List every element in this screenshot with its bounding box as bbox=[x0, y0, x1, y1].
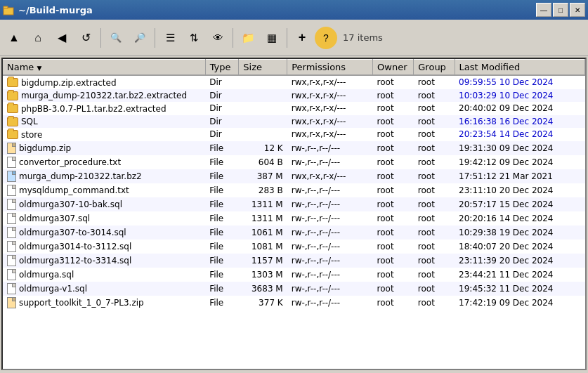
file-size-cell: 1303 M bbox=[239, 268, 287, 282]
file-name-cell: oldmurga307-10-bak.sql bbox=[3, 197, 205, 211]
close-button[interactable]: ✕ bbox=[570, 3, 585, 17]
file-modified-cell: 16:16:38 16 Dec 2024 bbox=[455, 115, 584, 129]
file-owner-cell: root bbox=[373, 128, 414, 141]
file-type-cell: File bbox=[205, 268, 239, 282]
table-row[interactable]: SQLDirrwx,r-x,r-x/---rootroot16:16:38 16… bbox=[3, 115, 585, 129]
col-header-permissions[interactable]: Permissions bbox=[287, 60, 373, 76]
file-modified-cell: 18:40:07 20 Dec 2024 bbox=[455, 240, 584, 254]
table-row[interactable]: murga_dump-210322.tar.bz2.extractedDirrw… bbox=[3, 89, 585, 103]
file-name-cell: SQL bbox=[3, 115, 205, 129]
file-size-cell: 604 B bbox=[239, 155, 287, 169]
file-size-cell bbox=[239, 128, 287, 141]
file-name-cell: support_toolkit_1_0_7-PL3.zip bbox=[3, 296, 205, 310]
file-permissions-cell: rw-,r--,r--/--- bbox=[287, 141, 373, 155]
file-name-cell: store bbox=[3, 128, 205, 141]
file-size-cell bbox=[239, 89, 287, 103]
file-permissions-cell: rw-,r--,r--/--- bbox=[287, 155, 373, 169]
file-owner-cell: root bbox=[373, 268, 414, 282]
separator-2 bbox=[155, 28, 155, 48]
col-header-group[interactable]: Group bbox=[414, 60, 455, 76]
zoom-out-button[interactable]: 🔎 bbox=[129, 27, 151, 49]
folder-icon bbox=[7, 91, 18, 100]
svg-rect-1 bbox=[4, 6, 8, 8]
file-owner-cell: root bbox=[373, 197, 414, 211]
file-modified-cell: 19:31:30 09 Dec 2024 bbox=[455, 141, 584, 155]
minimize-button[interactable]: — bbox=[536, 3, 551, 17]
file-owner-cell: root bbox=[373, 115, 414, 129]
sort-button[interactable]: ⇅ bbox=[183, 27, 205, 49]
table-row[interactable]: oldmurga3112-to-3314.sqlFile1157 Mrw-,r-… bbox=[3, 254, 585, 268]
file-icon bbox=[7, 255, 16, 266]
file-modified-cell: 17:42:19 09 Dec 2024 bbox=[455, 296, 584, 310]
table-row[interactable]: convertor_procedure.txtFile604 Brw-,r--,… bbox=[3, 155, 585, 169]
table-row[interactable]: mysqldump_command.txtFile283 Brw-,r--,r-… bbox=[3, 183, 585, 197]
view-button[interactable]: ☰ bbox=[159, 27, 181, 49]
file-name-text: oldmurga307-to-3014.sql bbox=[19, 228, 126, 237]
file-size-cell: 1311 M bbox=[239, 211, 287, 225]
table-row[interactable]: support_toolkit_1_0_7-PL3.zipFile377 Krw… bbox=[3, 296, 585, 310]
file-group-cell: root bbox=[414, 296, 455, 310]
table-row[interactable]: phpBB-3.0.7-PL1.tar.bz2.extractedDirrwx,… bbox=[3, 102, 585, 115]
file-name-cell: oldmurga307.sql bbox=[3, 211, 205, 225]
file-type-cell: File bbox=[205, 254, 239, 268]
file-permissions-cell: rwx,r-x,r-x/--- bbox=[287, 75, 373, 89]
col-header-size[interactable]: Size bbox=[239, 60, 287, 76]
file-modified-cell: 20:23:54 14 Dec 2024 bbox=[455, 128, 584, 141]
view-mode-button[interactable]: ▦ bbox=[261, 27, 283, 49]
back-button[interactable]: ◀ bbox=[51, 27, 73, 49]
col-header-owner[interactable]: Owner bbox=[373, 60, 414, 76]
file-size-cell bbox=[239, 75, 287, 89]
help-button[interactable]: ? bbox=[315, 27, 337, 49]
col-header-name[interactable]: Name ▼ bbox=[3, 60, 205, 76]
file-type-cell: File bbox=[205, 225, 239, 240]
file-group-cell: root bbox=[414, 102, 455, 115]
table-row[interactable]: oldmurga307-to-3014.sqlFile1061 Mrw-,r--… bbox=[3, 225, 585, 240]
table-row[interactable]: murga_dump-210322.tar.bz2File387 Mrwx,r-… bbox=[3, 169, 585, 183]
file-modified-cell: 10:03:29 10 Dec 2024 bbox=[455, 89, 584, 103]
table-row[interactable]: storeDirrwx,r-x,r-x/---rootroot20:23:54 … bbox=[3, 128, 585, 141]
file-owner-cell: root bbox=[373, 141, 414, 155]
file-modified-cell: 23:11:10 20 Dec 2024 bbox=[455, 183, 584, 197]
file-group-cell: root bbox=[414, 128, 455, 141]
file-modified-cell: 19:42:12 09 Dec 2024 bbox=[455, 155, 584, 169]
file-modified-cell: 23:11:39 20 Dec 2024 bbox=[455, 254, 584, 268]
file-owner-cell: root bbox=[373, 225, 414, 240]
zoom-in-button[interactable]: 🔍 bbox=[105, 27, 127, 49]
table-row[interactable]: bigdump.zipFile12 Krw-,r--,r--/---rootro… bbox=[3, 141, 585, 155]
up-button[interactable]: ▲ bbox=[3, 27, 25, 49]
folder-icon bbox=[7, 117, 18, 126]
add-button[interactable]: + bbox=[291, 27, 313, 49]
home-button[interactable]: ⌂ bbox=[27, 27, 49, 49]
table-row[interactable]: oldmurga-v1.sqlFile3683 Mrw-,r--,r--/---… bbox=[3, 282, 585, 296]
col-header-type[interactable]: Type bbox=[205, 60, 239, 76]
file-owner-cell: root bbox=[373, 211, 414, 225]
new-folder-button[interactable]: 📁 bbox=[237, 27, 259, 49]
file-icon bbox=[7, 213, 16, 224]
file-list-container[interactable]: Name ▼ Type Size Permissions Owner Group… bbox=[1, 58, 587, 370]
file-name-cell: oldmurga-v1.sql bbox=[3, 282, 205, 296]
show-hidden-button[interactable]: 👁 bbox=[207, 27, 229, 49]
table-row[interactable]: bigdump.zip.extractedDirrwx,r-x,r-x/---r… bbox=[3, 75, 585, 89]
table-row[interactable]: oldmurga.sqlFile1303 Mrw-,r--,r--/---roo… bbox=[3, 268, 585, 282]
table-row[interactable]: oldmurga307-10-bak.sqlFile1311 Mrw-,r--,… bbox=[3, 197, 585, 211]
file-size-cell: 377 K bbox=[239, 296, 287, 310]
file-type-cell: Dir bbox=[205, 102, 239, 115]
file-name-text: support_toolkit_1_0_7-PL3.zip bbox=[19, 298, 144, 308]
file-permissions-cell: rw-,r--,r--/--- bbox=[287, 225, 373, 240]
window-controls: — □ ✕ bbox=[536, 3, 585, 17]
file-permissions-cell: rwx,r-x,r-x/--- bbox=[287, 128, 373, 141]
refresh-button[interactable]: ↺ bbox=[74, 27, 97, 49]
file-name-text: mysqldump_command.txt bbox=[19, 185, 129, 195]
file-group-cell: root bbox=[414, 282, 455, 296]
sort-indicator: ▼ bbox=[37, 65, 42, 72]
file-group-cell: root bbox=[414, 254, 455, 268]
file-type-cell: File bbox=[205, 282, 239, 296]
file-permissions-cell: rw-,r--,r--/--- bbox=[287, 240, 373, 254]
file-modified-cell: 23:44:21 11 Dec 2024 bbox=[455, 268, 584, 282]
col-header-modified[interactable]: Last Modified bbox=[455, 60, 584, 76]
table-row[interactable]: oldmurga307.sqlFile1311 Mrw-,r--,r--/---… bbox=[3, 211, 585, 225]
table-row[interactable]: oldmurga3014-to-3112.sqlFile1081 Mrw-,r-… bbox=[3, 240, 585, 254]
file-owner-cell: root bbox=[373, 282, 414, 296]
maximize-button[interactable]: □ bbox=[553, 3, 568, 17]
file-owner-cell: root bbox=[373, 102, 414, 115]
